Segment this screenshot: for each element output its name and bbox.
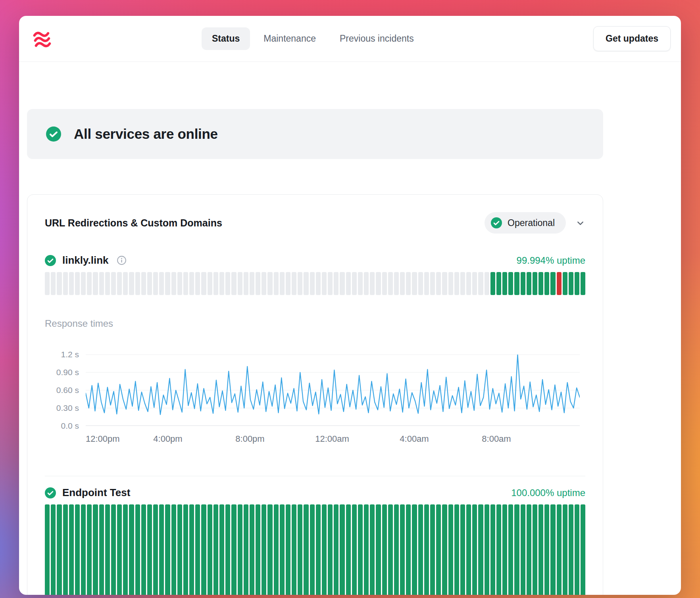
uptime-segment-up[interactable] [521,272,525,295]
uptime-segment-up[interactable] [466,504,471,595]
uptime-segment-up[interactable] [87,504,92,595]
info-icon[interactable] [117,255,127,265]
uptime-segment-up[interactable] [508,272,513,295]
uptime-segment-up[interactable] [231,504,236,595]
uptime-segment-up[interactable] [280,504,285,595]
uptime-segment-up[interactable] [310,504,315,595]
uptime-segment-empty[interactable] [99,272,104,295]
uptime-segment-empty[interactable] [141,272,146,295]
uptime-segment-up[interactable] [490,272,495,295]
uptime-segment-up[interactable] [521,504,525,595]
uptime-segment-up[interactable] [388,504,393,595]
uptime-segment-empty[interactable] [442,272,447,295]
uptime-segment-empty[interactable] [358,272,363,295]
uptime-segment-up[interactable] [262,504,266,595]
uptime-segment-empty[interactable] [135,272,140,295]
uptime-segment-empty[interactable] [376,272,381,295]
uptime-segment-up[interactable] [292,504,296,595]
uptime-segment-up[interactable] [358,504,363,595]
uptime-segment-empty[interactable] [424,272,429,295]
chevron-down-icon[interactable] [575,218,585,228]
uptime-segment-empty[interactable] [63,272,68,295]
uptime-segment-up[interactable] [454,504,459,595]
uptime-segment-up[interactable] [244,504,248,595]
uptime-segment-empty[interactable] [105,272,110,295]
uptime-segment-up[interactable] [99,504,104,595]
uptime-segment-up[interactable] [514,504,519,595]
uptime-segment-empty[interactable] [93,272,98,295]
uptime-segment-up[interactable] [442,504,447,595]
uptime-segment-up[interactable] [250,504,254,595]
uptime-segment-up[interactable] [527,272,531,295]
uptime-segment-up[interactable] [267,504,272,595]
uptime-segment-up[interactable] [346,504,351,595]
uptime-segment-empty[interactable] [322,272,327,295]
uptime-segment-empty[interactable] [123,272,128,295]
uptime-segment-up[interactable] [557,504,562,595]
uptime-segment-empty[interactable] [147,272,152,295]
uptime-segment-up[interactable] [502,272,507,295]
uptime-segment-empty[interactable] [153,272,158,295]
uptime-segment-up[interactable] [485,504,489,595]
tab-status[interactable]: Status [202,27,250,50]
uptime-segment-up[interactable] [544,504,549,595]
uptime-segment-up[interactable] [208,504,212,595]
uptime-segment-up[interactable] [472,504,477,595]
uptime-segment-up[interactable] [496,504,501,595]
uptime-segment-empty[interactable] [117,272,122,295]
uptime-segment-up[interactable] [298,504,302,595]
uptime-segment-up[interactable] [406,504,411,595]
uptime-segment-up[interactable] [141,504,146,595]
uptime-segment-up[interactable] [51,504,56,595]
uptime-segment-empty[interactable] [466,272,471,295]
uptime-segment-up[interactable] [171,504,176,595]
uptime-segment-empty[interactable] [418,272,423,295]
tab-maintenance[interactable]: Maintenance [253,27,326,50]
uptime-segment-up[interactable] [569,504,573,595]
uptime-segment-empty[interactable] [346,272,351,295]
uptime-segment-up[interactable] [575,272,579,295]
uptime-segment-empty[interactable] [298,272,302,295]
uptime-segment-empty[interactable] [274,272,279,295]
uptime-segment-up[interactable] [376,504,381,595]
uptime-segment-empty[interactable] [328,272,333,295]
uptime-segment-empty[interactable] [334,272,338,295]
uptime-segment-up[interactable] [334,504,338,595]
uptime-segment-empty[interactable] [267,272,272,295]
uptime-segment-empty[interactable] [177,272,182,295]
uptime-segment-up[interactable] [177,504,182,595]
uptime-segment-up[interactable] [135,504,140,595]
uptime-segment-up[interactable] [418,504,423,595]
uptime-segment-up[interactable] [514,272,519,295]
uptime-segment-up[interactable] [238,504,242,595]
uptime-segment-empty[interactable] [436,272,441,295]
uptime-segment-empty[interactable] [165,272,170,295]
uptime-segment-empty[interactable] [310,272,315,295]
uptime-segment-up[interactable] [201,504,206,595]
uptime-segment-empty[interactable] [316,272,321,295]
uptime-segment-empty[interactable] [472,272,477,295]
uptime-segment-up[interactable] [316,504,321,595]
uptime-segment-up[interactable] [213,504,218,595]
uptime-segment-up[interactable] [219,504,224,595]
uptime-segment-up[interactable] [394,504,399,595]
uptime-segment-up[interactable] [328,504,333,595]
tab-previous-incidents[interactable]: Previous incidents [329,27,424,50]
uptime-segment-up[interactable] [527,504,531,595]
uptime-segment-up[interactable] [57,504,62,595]
uptime-segment-empty[interactable] [406,272,411,295]
uptime-segment-up[interactable] [544,272,549,295]
uptime-segment-up[interactable] [496,272,501,295]
uptime-segment-down[interactable] [557,272,562,295]
uptime-segment-empty[interactable] [448,272,453,295]
uptime-segment-up[interactable] [364,504,369,595]
uptime-segment-up[interactable] [533,504,537,595]
uptime-segment-empty[interactable] [225,272,230,295]
uptime-segment-up[interactable] [165,504,170,595]
get-updates-button[interactable]: Get updates [593,26,671,51]
uptime-segment-up[interactable] [129,504,134,595]
uptime-segment-empty[interactable] [87,272,92,295]
uptime-segment-up[interactable] [153,504,158,595]
uptime-segment-empty[interactable] [129,272,134,295]
uptime-segment-empty[interactable] [111,272,116,295]
